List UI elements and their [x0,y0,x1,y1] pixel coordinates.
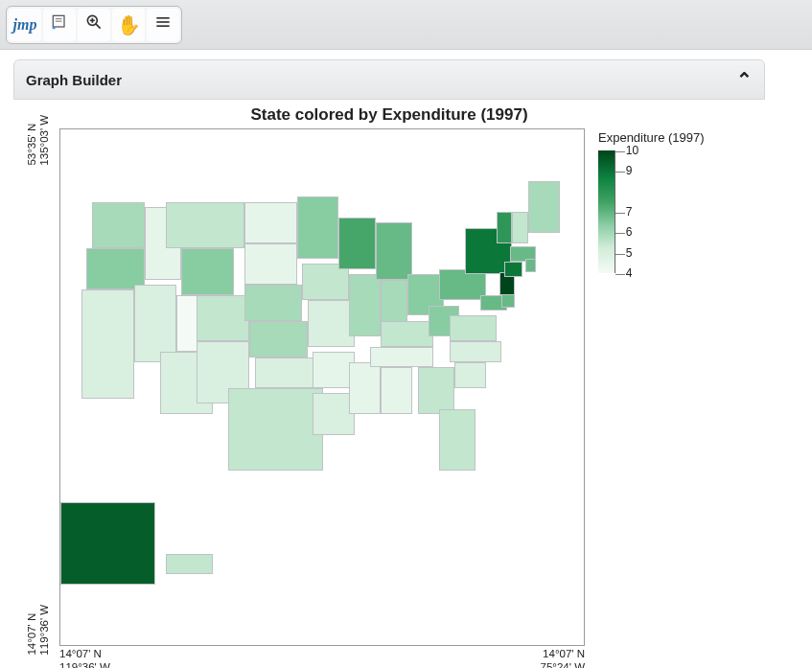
legend-colorbar [598,150,615,273]
menu-tool-button[interactable] [147,9,179,41]
state-georgia[interactable] [418,367,454,414]
state-illinois[interactable] [349,274,381,336]
x-axis-ticks: 14°07' N119°36' W 14°07' N75°24' W [59,646,585,668]
state-south-carolina[interactable] [454,362,486,388]
content-area: Graph Builder ⌃ State colored by Expendi… [0,50,812,668]
tool-group: jmp ✋ [6,6,182,44]
plot-column: 14°07' N119°36' W 14°07' N75°24' W [59,128,585,668]
state-california[interactable] [81,289,134,398]
panel-title: Graph Builder [26,72,122,88]
state-colorado[interactable] [197,295,249,342]
plot-frame[interactable] [59,128,585,646]
state-south-dakota[interactable] [244,243,297,285]
state-alaska[interactable] [60,502,155,585]
state-kentucky[interactable] [381,321,433,347]
state-kansas[interactable] [249,321,307,357]
panel-header[interactable]: Graph Builder ⌃ [13,59,765,100]
svg-point-3 [53,26,56,29]
state-louisiana[interactable] [313,393,355,434]
zoom-tool-button[interactable] [78,9,110,41]
state-wisconsin[interactable] [338,218,375,269]
state-nevada[interactable] [134,285,176,362]
state-rhode-island[interactable] [525,259,536,272]
state-washington[interactable] [92,202,145,249]
state-arkansas[interactable] [313,352,355,388]
chart-area: 53°35' N135°03' W 14°07' N119°36' W 14°0… [17,128,761,668]
legend-scale: 1097654 [598,150,738,273]
state-wyoming[interactable] [181,248,234,295]
state-connecticut[interactable] [504,262,522,277]
chevron-up-icon: ⌃ [736,68,753,91]
x-tick-right: 14°07' N75°24' W [541,648,585,668]
state-virginia[interactable] [450,315,497,341]
chart-title: State colored by Expenditure (1997) [17,105,761,125]
svg-line-5 [96,24,101,29]
state-nebraska[interactable] [244,285,302,321]
state-texas[interactable] [228,388,323,471]
state-maine[interactable] [528,181,560,233]
hand-icon: ✋ [117,13,141,36]
x-tick-left: 14°07' N119°36' W [59,648,110,668]
graph-builder-panel: Graph Builder ⌃ State colored by Expendi… [13,59,765,668]
legend-title: Expenditure (1997) [598,130,738,145]
jmp-logo-button[interactable]: jmp [9,9,41,41]
note-tool-button[interactable] [43,9,76,41]
state-alabama[interactable] [381,367,412,414]
state-montana[interactable] [166,202,244,249]
y-tick-top: 53°35' N135°03' W [26,124,50,166]
state-oregon[interactable] [86,248,144,289]
pan-tool-button[interactable]: ✋ [112,9,145,41]
menu-icon [153,12,173,36]
state-vermont[interactable] [497,212,512,242]
state-hawaii[interactable] [166,554,213,575]
y-axis-ticks: 53°35' N135°03' W 14°07' N119°36' W [17,128,59,646]
state-north-carolina[interactable] [450,341,502,362]
legend-ticks: 1097654 [615,150,652,273]
state-michigan[interactable] [376,222,412,279]
y-tick-bottom: 14°07' N119°36' W [26,612,50,655]
state-new-hampshire[interactable] [512,212,527,242]
toolbar: jmp ✋ [0,0,812,50]
note-icon [50,12,69,36]
state-north-dakota[interactable] [244,202,297,243]
state-indiana[interactable] [381,280,406,327]
state-florida[interactable] [439,409,476,472]
state-missouri[interactable] [308,300,355,347]
state-tennessee[interactable] [370,347,433,368]
state-oklahoma[interactable] [255,357,318,388]
zoom-icon [84,12,104,36]
state-iowa[interactable] [302,264,349,300]
state-mississippi[interactable] [349,362,381,414]
legend: Expenditure (1997) 1097654 [585,128,738,273]
panel-body: State colored by Expenditure (1997) 53°3… [13,100,765,668]
state-minnesota[interactable] [297,196,339,259]
